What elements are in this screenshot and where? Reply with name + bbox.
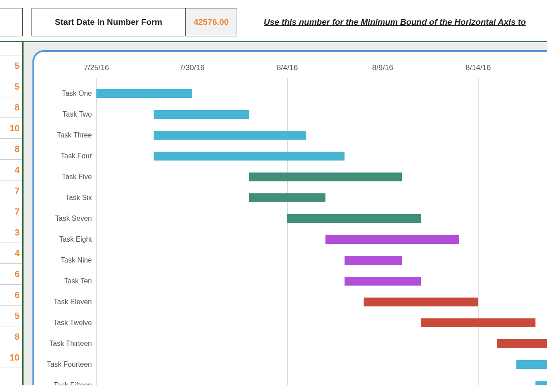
duration-cell[interactable]: 5 bbox=[0, 76, 22, 97]
x-tick-label: 8/4/16 bbox=[277, 63, 297, 72]
gantt-row: Task Seven bbox=[34, 208, 547, 229]
task-bar[interactable] bbox=[325, 235, 459, 244]
task-label: Task Ten bbox=[64, 277, 92, 285]
task-label: Task Four bbox=[61, 152, 92, 160]
task-bar[interactable] bbox=[497, 339, 547, 348]
task-bar[interactable] bbox=[154, 152, 345, 161]
duration-cell[interactable]: 6 bbox=[0, 285, 22, 306]
task-label: Task Six bbox=[65, 194, 92, 202]
x-tick-label: 8/14/16 bbox=[466, 63, 491, 72]
hint-text: Use this number for the Minimum Bound of… bbox=[237, 8, 547, 36]
task-label: Task Eleven bbox=[54, 298, 92, 306]
duration-cell[interactable]: 4 bbox=[0, 243, 22, 264]
duration-cell[interactable]: 6 bbox=[0, 264, 22, 285]
task-bar[interactable] bbox=[154, 131, 306, 140]
gantt-row: Task Ten bbox=[34, 270, 547, 291]
gantt-row: Task Thirteen bbox=[34, 333, 547, 354]
header-row: Start Date in Number Form 42576.00 Use t… bbox=[0, 0, 547, 36]
duration-cell[interactable]: 5 bbox=[0, 55, 22, 76]
duration-cell[interactable]: 7 bbox=[0, 180, 22, 201]
duration-cell[interactable]: 7 bbox=[0, 201, 22, 222]
task-bar[interactable] bbox=[535, 381, 547, 386]
task-bar[interactable] bbox=[287, 214, 421, 223]
gantt-row: Task Six bbox=[34, 187, 547, 208]
gantt-row: Task Four bbox=[34, 145, 547, 166]
task-label: Task Fifteen bbox=[54, 381, 92, 386]
task-label: Task Fourteen bbox=[47, 361, 92, 368]
task-bar[interactable] bbox=[96, 89, 192, 98]
duration-cell[interactable]: 10 bbox=[0, 118, 22, 139]
task-label: Task Three bbox=[57, 131, 92, 139]
task-bar[interactable] bbox=[249, 172, 402, 181]
x-axis: 7/25/167/30/168/4/168/9/168/14/16 bbox=[34, 63, 547, 77]
duration-column: 55810847734665810 bbox=[0, 42, 24, 385]
gantt-row: Task Eight bbox=[34, 229, 547, 250]
duration-cell[interactable]: 8 bbox=[0, 139, 22, 160]
gantt-row: Task Eleven bbox=[34, 291, 547, 312]
task-label: Task Thirteen bbox=[49, 340, 92, 348]
task-bar[interactable] bbox=[364, 298, 478, 306]
task-label: Task Seven bbox=[55, 215, 92, 223]
task-bar[interactable] bbox=[516, 360, 547, 369]
gantt-row: Task Twelve bbox=[34, 312, 547, 333]
gantt-row: Task One bbox=[34, 83, 547, 104]
task-label: Task Five bbox=[62, 173, 92, 181]
gantt-row: Task Nine bbox=[34, 250, 547, 270]
task-bar[interactable] bbox=[249, 193, 325, 202]
body-area: 55810847734665810 7/25/167/30/168/4/168/… bbox=[0, 41, 547, 385]
task-label: Task Two bbox=[63, 110, 92, 118]
task-bar[interactable] bbox=[345, 256, 402, 265]
task-bar[interactable] bbox=[345, 277, 421, 286]
task-label: Task Eight bbox=[59, 235, 92, 243]
gantt-row: Task Fourteen bbox=[34, 354, 547, 375]
x-tick-label: 7/25/16 bbox=[84, 63, 109, 72]
start-date-value-cell[interactable]: 42576.00 bbox=[186, 8, 237, 36]
duration-cell[interactable]: 4 bbox=[0, 160, 22, 180]
task-label: Task One bbox=[62, 90, 92, 98]
gantt-row: Task Fifteen bbox=[34, 375, 547, 385]
gantt-row: Task Five bbox=[34, 166, 547, 187]
task-bar[interactable] bbox=[421, 318, 535, 327]
x-tick-label: 8/9/16 bbox=[372, 63, 393, 72]
gantt-row: Task Two bbox=[34, 104, 547, 125]
gantt-rows: Task OneTask TwoTask ThreeTask FourTask … bbox=[34, 83, 547, 385]
gantt-row: Task Three bbox=[34, 125, 547, 145]
task-label: Task Twelve bbox=[53, 319, 92, 327]
duration-cell[interactable]: 8 bbox=[0, 326, 22, 347]
duration-cell[interactable]: 3 bbox=[0, 222, 22, 243]
duration-cell[interactable]: 5 bbox=[0, 306, 22, 326]
task-bar[interactable] bbox=[154, 110, 249, 119]
start-date-label-cell[interactable]: Start Date in Number Form bbox=[32, 8, 186, 36]
duration-cell[interactable]: 8 bbox=[0, 97, 22, 118]
chart-container[interactable]: 7/25/167/30/168/4/168/9/168/14/16 Task O… bbox=[24, 42, 547, 385]
corner-cell[interactable] bbox=[0, 8, 23, 36]
duration-cell[interactable]: 10 bbox=[0, 347, 22, 368]
chart-frame: 7/25/167/30/168/4/168/9/168/14/16 Task O… bbox=[32, 50, 547, 385]
x-tick-label: 7/30/16 bbox=[179, 63, 205, 72]
task-label: Task Nine bbox=[61, 256, 92, 264]
